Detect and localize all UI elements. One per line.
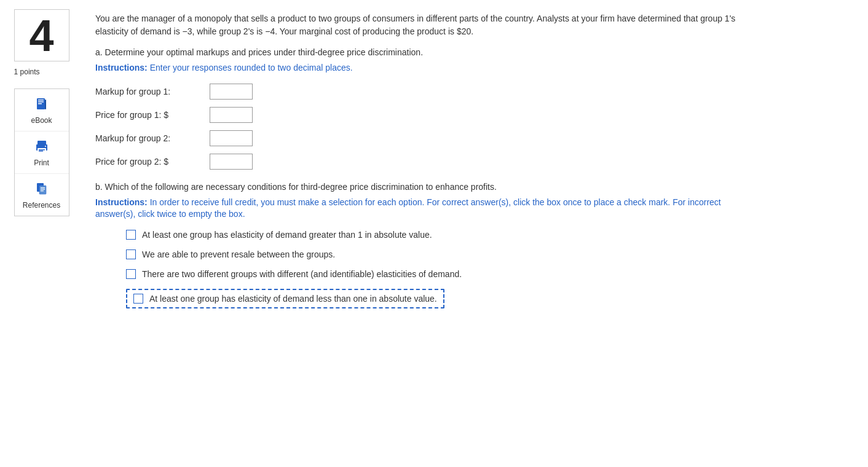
checkbox-label-1: At least one group has elasticity of dem… (142, 230, 432, 240)
instructions-a-prefix: Instructions: (95, 63, 148, 73)
price-group2-label: Price for group 2: $ (95, 157, 206, 167)
markup-group2-label: Markup for group 2: (95, 133, 206, 143)
points-text: points (20, 68, 40, 76)
svg-rect-12 (39, 186, 46, 194)
svg-rect-15 (41, 190, 44, 191)
markup-group1-label: Markup for group 1: (95, 87, 206, 96)
sub-question-b: b. Which of the following are necessary … (95, 182, 747, 192)
references-icon (33, 180, 51, 198)
checkbox-3[interactable] (126, 269, 136, 279)
instructions-a: Instructions: Enter your responses round… (95, 62, 747, 74)
checkbox-item-3: There are two different groups with diff… (126, 269, 747, 279)
instructions-b-prefix: Instructions: (95, 197, 148, 207)
markup-group1-row: Markup for group 1: (95, 84, 747, 100)
points-value: 1 (14, 68, 18, 76)
instructions-b: Instructions: In order to receive full c… (95, 197, 747, 221)
checkbox-item-4: At least one group has elasticity of dem… (126, 289, 444, 308)
svg-rect-13 (41, 187, 45, 188)
checkbox-1[interactable] (126, 230, 136, 240)
checkbox-4[interactable] (133, 294, 143, 304)
checkbox-label-4: At least one group has elasticity of dem… (149, 294, 437, 304)
checkbox-options: At least one group has elasticity of dem… (126, 230, 747, 308)
svg-rect-14 (41, 189, 45, 190)
svg-rect-4 (45, 100, 46, 109)
print-label: Print (34, 159, 49, 167)
references-tool[interactable]: References (15, 174, 69, 216)
ebook-label: eBook (31, 116, 52, 125)
price-group2-input[interactable] (210, 154, 253, 170)
question-number: 4 (14, 9, 69, 61)
checkbox-label-3: There are two different groups with diff… (142, 269, 462, 279)
svg-point-10 (45, 146, 46, 147)
sidebar-tools: eBook Print (14, 88, 69, 216)
points-label: 1 points (14, 68, 69, 76)
references-label: References (23, 201, 60, 210)
svg-rect-3 (38, 103, 42, 104)
price-group1-row: Price for group 1: $ (95, 107, 747, 123)
ebook-tool[interactable]: eBook (15, 89, 69, 131)
instructions-b-text: In order to receive full credit, you mus… (95, 197, 721, 219)
question-text: You are the manager of a monopoly that s… (95, 12, 747, 38)
price-group2-row: Price for group 2: $ (95, 154, 747, 170)
svg-rect-2 (38, 101, 44, 103)
checkbox-2[interactable] (126, 249, 136, 259)
price-group1-input[interactable] (210, 107, 253, 123)
checkbox-label-2: We are able to prevent resale between th… (142, 249, 335, 259)
section-b: b. Which of the following are necessary … (95, 182, 747, 221)
svg-rect-9 (39, 151, 43, 152)
markup-group1-input[interactable] (210, 84, 253, 100)
checkbox-item-2: We are able to prevent resale between th… (126, 249, 747, 259)
svg-rect-8 (39, 149, 45, 151)
svg-rect-1 (38, 100, 44, 101)
markup-group2-input[interactable] (210, 130, 253, 146)
print-tool[interactable]: Print (15, 131, 69, 174)
ebook-icon (33, 95, 51, 114)
print-icon (33, 138, 51, 156)
price-group1-label: Price for group 1: $ (95, 110, 206, 120)
markup-group2-row: Markup for group 2: (95, 130, 747, 146)
left-sidebar: 4 1 points eBook (0, 6, 83, 321)
sub-question-a: a. Determine your optimal markups and pr… (95, 47, 747, 57)
checkbox-item-1: At least one group has elasticity of dem… (126, 230, 747, 240)
instructions-a-text: Enter your responses rounded to two deci… (148, 63, 353, 73)
main-content: You are the manager of a monopoly that s… (83, 6, 759, 321)
